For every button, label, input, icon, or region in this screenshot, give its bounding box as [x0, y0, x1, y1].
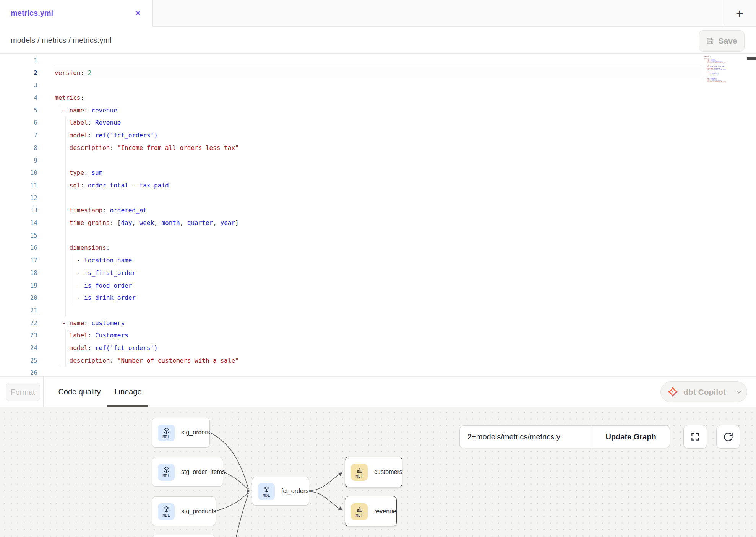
model-cube-icon: MDL — [258, 483, 275, 500]
tab-code-quality[interactable]: Code quality — [55, 377, 104, 407]
lineage-canvas[interactable]: MDLstg_ordersMDLstg_order_itemsMDLstg_pr… — [0, 407, 756, 537]
line-number: 7 — [0, 129, 37, 142]
code-line: 22 - name: customers — [0, 317, 726, 329]
code-line: 16 dimensions: — [0, 241, 726, 254]
format-button[interactable]: Format — [6, 383, 40, 401]
lineage-node-fct_orders[interactable]: MDLfct_orders — [252, 477, 309, 506]
line-number: 13 — [0, 204, 37, 216]
line-number: 21 — [0, 304, 37, 317]
dbt-copilot-label: dbt Copilot — [683, 387, 726, 397]
breadcrumb: models / metrics / metrics.yml — [11, 27, 111, 54]
node-label: stg_orders — [181, 429, 210, 436]
code-line: 19 - is_food_order — [0, 279, 726, 292]
line-number: 12 — [0, 192, 37, 204]
line-number: 11 — [0, 179, 37, 192]
model-cube-icon: MDL — [158, 425, 175, 441]
code-line: 25 description: "Number of customers wit… — [0, 354, 726, 367]
lineage-node-stg_orders[interactable]: MDLstg_orders — [152, 418, 210, 447]
code-line: 23 label: Customers — [0, 329, 726, 342]
line-number: 15 — [0, 229, 37, 242]
code-line: 1 — [0, 54, 726, 67]
fullscreen-button[interactable] — [683, 425, 707, 449]
metric-chart-icon: MET — [351, 503, 368, 520]
tab-metrics-yml[interactable]: metrics.yml ✕ — [0, 0, 153, 27]
code-line: 5 - name: revenue — [0, 104, 726, 117]
code-line: 2version: 2 — [0, 67, 726, 79]
metric-chart-icon: MET — [351, 464, 368, 481]
code-line: 4metrics: — [0, 91, 726, 104]
model-selector-input[interactable] — [460, 426, 592, 448]
lineage-node-revenue[interactable]: METrevenue — [345, 496, 397, 526]
plus-icon[interactable]: + — [736, 7, 743, 20]
lineage-node-stg_products[interactable]: MDLstg_products — [152, 496, 216, 526]
code-line: 14 time_grains: [day, week, month, quart… — [0, 216, 726, 229]
tab-title: metrics.yml — [11, 9, 53, 18]
line-number: 17 — [0, 254, 37, 267]
update-graph-button[interactable]: Update Graph — [592, 426, 670, 448]
model-cube-icon: MDL — [158, 464, 175, 481]
line-number: 4 — [0, 91, 37, 104]
dbt-copilot-button[interactable]: dbt Copilot — [660, 381, 747, 402]
node-label: stg_order_items — [181, 469, 225, 475]
code-line: 21 — [0, 304, 726, 317]
lineage-node-customers[interactable]: METcustomers — [345, 457, 402, 487]
line-number: 9 — [0, 154, 37, 167]
line-number: 26 — [0, 366, 37, 376]
tab-bar: metrics.yml ✕ + — [0, 0, 756, 27]
dbt-ide-window: metrics.yml ✕ + models / metrics / metri… — [0, 0, 756, 537]
line-number: 2 — [0, 67, 37, 79]
scrollbar-thumb[interactable] — [747, 57, 756, 60]
line-number: 1 — [0, 54, 37, 67]
line-number: 25 — [0, 354, 37, 367]
code-line: 7 model: ref('fct_orders') — [0, 129, 726, 142]
code-line: 3 — [0, 79, 726, 91]
node-label: customers — [374, 469, 402, 475]
tab-lineage[interactable]: Lineage — [111, 377, 145, 407]
save-label: Save — [718, 36, 737, 46]
line-number: 5 — [0, 104, 37, 117]
refresh-button[interactable] — [716, 425, 740, 449]
line-number: 8 — [0, 142, 37, 154]
node-label: fct_orders — [281, 488, 308, 495]
code-line: 10 type: sum — [0, 166, 726, 179]
lineage-node-stg_order_items[interactable]: MDLstg_order_items — [152, 457, 223, 487]
line-number: 18 — [0, 267, 37, 279]
toolbar-divider — [43, 377, 44, 407]
code-line: 20 - is_drink_order — [0, 291, 726, 304]
code-line: 15 — [0, 229, 726, 242]
line-number: 16 — [0, 241, 37, 254]
line-number: 6 — [0, 116, 37, 129]
code-line: 9 — [0, 154, 726, 167]
dbt-copilot-icon — [668, 387, 678, 397]
node-label: stg_products — [181, 508, 216, 515]
code-line: 13 timestamp: ordered_at — [0, 204, 726, 216]
minimap[interactable]: version: 2 metrics: - name: revenue labe… — [704, 55, 726, 104]
close-icon[interactable]: ✕ — [132, 0, 144, 27]
code-line: 24 model: ref('fct_orders') — [0, 342, 726, 354]
lineage-node-stg_clipped[interactable]: MDL — [152, 535, 215, 537]
node-label: revenue — [374, 508, 396, 515]
code-line: 11 sql: order_total - tax_paid — [0, 179, 726, 192]
refresh-icon — [723, 432, 733, 442]
save-button[interactable]: Save — [699, 30, 745, 52]
code-editor[interactable]: 12version: 234metrics:5 - name: revenue6… — [0, 54, 756, 376]
code-line: 18 - is_first_order — [0, 267, 726, 279]
lineage-controls: Update Graph — [459, 425, 670, 448]
line-number: 14 — [0, 216, 37, 229]
model-cube-icon: MDL — [158, 503, 175, 520]
breadcrumb-row: models / metrics / metrics.yml Save — [0, 27, 756, 54]
line-number: 20 — [0, 291, 37, 304]
line-number: 19 — [0, 279, 37, 292]
save-icon — [706, 37, 714, 45]
new-tab-zone: + — [723, 0, 756, 27]
fullscreen-icon — [690, 432, 700, 442]
line-number: 10 — [0, 166, 37, 179]
bottom-toolbar: Format Code quality Lineage dbt Copilot — [0, 376, 756, 407]
code-line: 17 - location_name — [0, 254, 726, 267]
code-line: 8 description: "Income from all orders l… — [0, 142, 726, 154]
chevron-down-icon — [735, 388, 743, 396]
code-line: 6 label: Revenue — [0, 116, 726, 129]
code-line: 12 — [0, 192, 726, 204]
line-number: 23 — [0, 329, 37, 342]
line-number: 24 — [0, 342, 37, 354]
